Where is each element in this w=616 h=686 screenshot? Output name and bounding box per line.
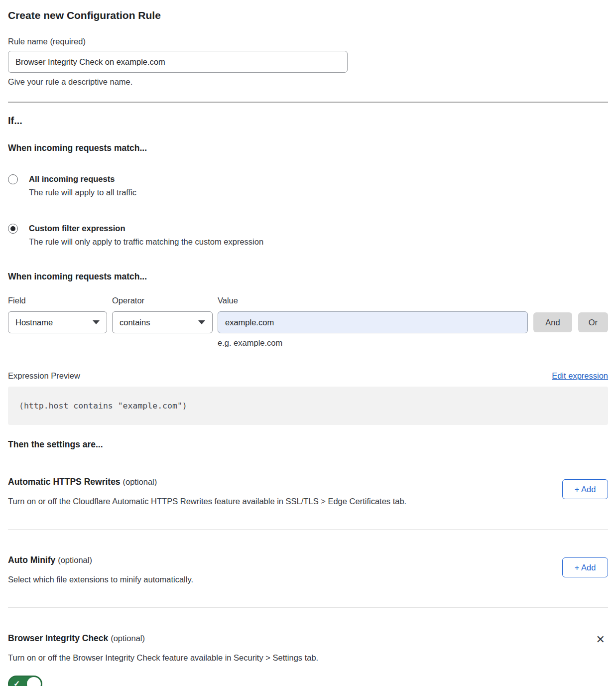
check-icon: ✓ xyxy=(13,679,20,686)
expression-builder-row: Field Hostname Operator contains Value e… xyxy=(8,296,608,348)
setting-https-rewrites-text: Automatic HTTPS Rewrites (optional) Turn… xyxy=(8,477,406,506)
value-column: Value e.g. example.com xyxy=(218,296,528,348)
radio-all-incoming-description: The rule will apply to all traffic xyxy=(29,188,136,197)
field-select-value: Hostname xyxy=(15,318,53,327)
operator-select[interactable]: contains xyxy=(112,311,213,333)
edit-expression-link[interactable]: Edit expression xyxy=(552,371,608,381)
radio-custom-filter-label[interactable]: Custom filter expression xyxy=(29,223,263,233)
radio-all-incoming-label[interactable]: All incoming requests xyxy=(29,174,136,184)
add-auto-minify-button[interactable]: + Add xyxy=(562,557,608,577)
setting-bic-title: Browser Integrity Check (optional) xyxy=(8,633,318,644)
browser-integrity-toggle[interactable]: ✓ xyxy=(8,676,42,686)
expression-preview-label: Expression Preview xyxy=(8,371,80,381)
chevron-down-icon xyxy=(93,320,100,324)
field-select[interactable]: Hostname xyxy=(8,311,107,333)
page-title: Create new Configuration Rule xyxy=(8,9,608,21)
radio-custom-filter[interactable] xyxy=(8,224,18,234)
close-icon[interactable]: ✕ xyxy=(593,633,608,646)
optional-tag: (optional) xyxy=(123,477,157,486)
setting-https-rewrites-description: Turn on or off the Cloudflare Automatic … xyxy=(8,497,406,506)
or-button[interactable]: Or xyxy=(578,312,608,332)
create-configuration-rule-page: Create new Configuration Rule Rule name … xyxy=(0,0,616,686)
builder-heading: When incoming requests match... xyxy=(8,272,608,282)
rule-name-label: Rule name (required) xyxy=(8,37,608,46)
then-heading: Then the settings are... xyxy=(8,439,608,450)
section-divider xyxy=(8,102,608,103)
operator-column: Operator contains xyxy=(112,296,213,348)
setting-bic-text: Browser Integrity Check (optional) Turn … xyxy=(8,633,318,663)
radio-option-custom-filter[interactable]: Custom filter expression The rule will o… xyxy=(8,223,608,247)
chevron-down-icon xyxy=(198,320,205,324)
optional-tag: (optional) xyxy=(58,555,92,564)
radio-custom-filter-text: Custom filter expression The rule will o… xyxy=(29,223,263,247)
radio-all-incoming-text: All incoming requests The rule will appl… xyxy=(29,174,136,197)
setting-auto-minify-title: Auto Minify (optional) xyxy=(8,555,193,565)
setting-automatic-https-rewrites: Automatic HTTPS Rewrites (optional) Turn… xyxy=(8,450,608,530)
value-label: Value xyxy=(218,296,528,305)
radio-option-all-incoming[interactable]: All incoming requests The rule will appl… xyxy=(8,174,608,197)
setting-bic-description: Turn on or off the Browser Integrity Che… xyxy=(8,653,318,663)
setting-auto-minify: Auto Minify (optional) Select which file… xyxy=(8,530,608,608)
operator-select-value: contains xyxy=(120,318,150,327)
expression-preview-header: Expression Preview Edit expression xyxy=(8,371,608,381)
field-label: Field xyxy=(8,296,107,305)
setting-auto-minify-description: Select which file extensions to minify a… xyxy=(8,575,193,584)
add-https-rewrites-button[interactable]: + Add xyxy=(562,479,608,499)
operator-label: Operator xyxy=(112,296,213,305)
rule-name-helper: Give your rule a descriptive name. xyxy=(8,77,608,87)
setting-browser-integrity-check: Browser Integrity Check (optional) Turn … xyxy=(8,608,608,686)
radio-custom-filter-description: The rule will only apply to traffic matc… xyxy=(29,237,263,247)
value-input[interactable] xyxy=(218,311,528,333)
field-column: Field Hostname xyxy=(8,296,107,348)
setting-https-rewrites-title: Automatic HTTPS Rewrites (optional) xyxy=(8,477,406,487)
and-button[interactable]: And xyxy=(533,312,572,332)
rule-name-input[interactable] xyxy=(8,51,348,73)
value-helper: e.g. example.com xyxy=(218,338,528,348)
radio-all-incoming[interactable] xyxy=(8,174,18,184)
match-heading: When incoming requests match... xyxy=(8,143,608,153)
if-heading: If... xyxy=(8,115,608,127)
optional-tag: (optional) xyxy=(111,634,145,643)
expression-preview-code: (http.host contains "example.com") xyxy=(8,387,608,425)
toggle-knob xyxy=(27,677,41,686)
setting-auto-minify-text: Auto Minify (optional) Select which file… xyxy=(8,555,193,584)
andor-buttons: And Or xyxy=(533,296,608,348)
